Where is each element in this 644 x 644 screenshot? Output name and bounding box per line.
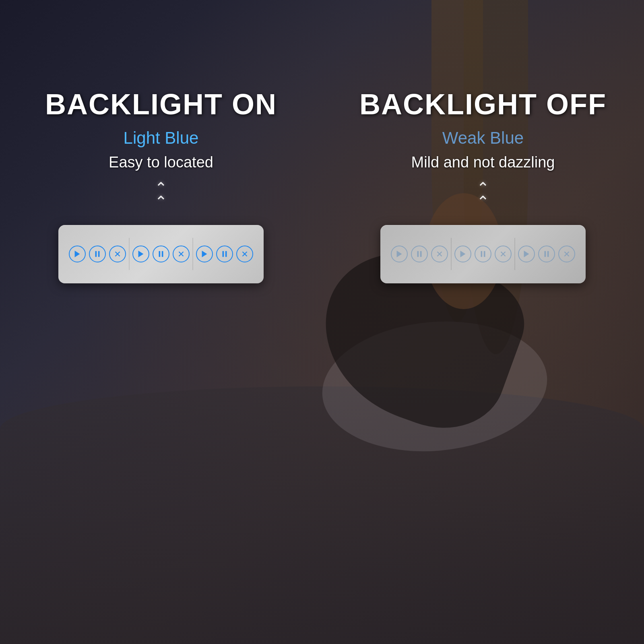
backlight-on-desc: Easy to located xyxy=(109,154,213,171)
pause-btn-on-3[interactable] xyxy=(216,246,233,262)
svg-marker-15 xyxy=(396,251,402,258)
pause-btn-off-1[interactable] xyxy=(411,246,428,262)
btn-group-on-2 xyxy=(132,246,190,262)
main-content: BACKLIGHT ON Light Blue Easy to located … xyxy=(0,0,644,644)
arrows-on: ⌃ ⌃ xyxy=(155,181,167,208)
close-btn-on-2[interactable] xyxy=(173,246,190,262)
switch-card-off xyxy=(380,225,586,283)
close-btn-on-3[interactable] xyxy=(236,246,253,262)
sep-off-1 xyxy=(451,238,452,270)
pause-btn-off-3[interactable] xyxy=(538,246,555,262)
svg-rect-12 xyxy=(225,251,227,257)
pause-btn-on-1[interactable] xyxy=(89,246,106,262)
play-btn-on-1[interactable] xyxy=(69,246,86,262)
chevron-up-4: ⌃ xyxy=(477,195,489,208)
btn-group-off-3 xyxy=(518,246,575,262)
svg-rect-11 xyxy=(223,251,224,257)
svg-rect-17 xyxy=(420,251,421,257)
backlight-on-panel: BACKLIGHT ON Light Blue Easy to located … xyxy=(0,0,322,283)
btn-group-off-1 xyxy=(391,246,448,262)
play-btn-on-2[interactable] xyxy=(132,246,149,262)
svg-marker-20 xyxy=(460,251,466,258)
svg-rect-21 xyxy=(481,251,482,257)
switch-card-on xyxy=(58,225,264,283)
play-btn-off-2[interactable] xyxy=(454,246,471,262)
svg-marker-25 xyxy=(524,251,529,258)
pause-btn-on-2[interactable] xyxy=(153,246,169,262)
svg-rect-2 xyxy=(98,251,99,257)
play-btn-off-1[interactable] xyxy=(391,246,408,262)
svg-marker-5 xyxy=(138,251,144,258)
pause-btn-off-2[interactable] xyxy=(475,246,491,262)
btn-group-off-2 xyxy=(454,246,512,262)
backlight-off-subtitle: Weak Blue xyxy=(442,128,524,148)
backlight-off-panel: BACKLIGHT OFF Weak Blue Mild and not daz… xyxy=(322,0,644,283)
backlight-on-title: BACKLIGHT ON xyxy=(45,89,277,120)
close-btn-off-3[interactable] xyxy=(558,246,575,262)
play-btn-on-3[interactable] xyxy=(196,246,213,262)
svg-rect-1 xyxy=(95,251,97,257)
svg-rect-7 xyxy=(162,251,163,257)
close-btn-off-2[interactable] xyxy=(495,246,512,262)
backlight-off-title: BACKLIGHT OFF xyxy=(359,89,607,120)
svg-rect-6 xyxy=(159,251,160,257)
chevron-up-2: ⌃ xyxy=(155,195,167,208)
svg-marker-0 xyxy=(74,251,80,258)
close-btn-off-1[interactable] xyxy=(431,246,448,262)
svg-rect-22 xyxy=(484,251,485,257)
backlight-on-subtitle: Light Blue xyxy=(124,128,199,148)
sep-off-2 xyxy=(514,238,515,270)
backlight-off-desc: Mild and not dazzling xyxy=(411,154,555,171)
sep-on-2 xyxy=(192,238,193,270)
btn-group-on-1 xyxy=(69,246,126,262)
btn-group-on-3 xyxy=(196,246,253,262)
svg-rect-27 xyxy=(547,251,549,257)
arrows-off: ⌃ ⌃ xyxy=(477,181,489,208)
close-btn-on-1[interactable] xyxy=(109,246,126,262)
svg-marker-10 xyxy=(202,251,207,258)
svg-rect-26 xyxy=(545,251,546,257)
play-btn-off-3[interactable] xyxy=(518,246,535,262)
svg-rect-16 xyxy=(417,251,419,257)
sep-on-1 xyxy=(129,238,130,270)
